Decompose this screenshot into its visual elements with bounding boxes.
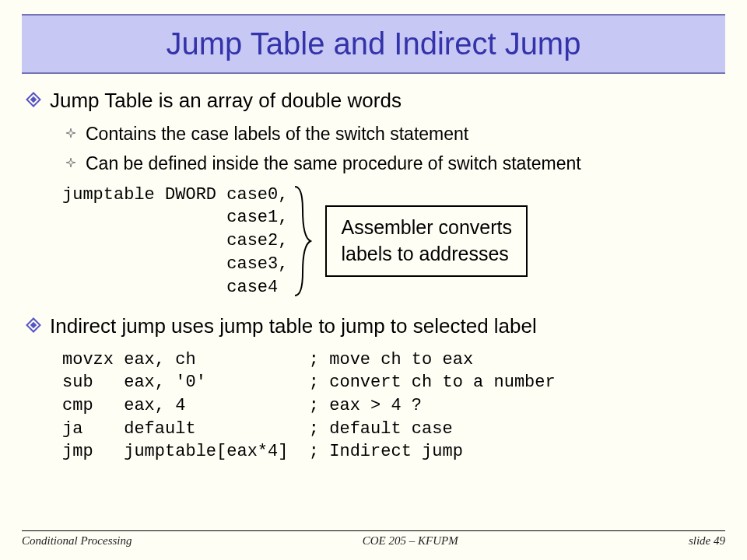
star-bullet-icon <box>65 157 76 168</box>
sub-bullet-text: Can be defined inside the same procedure… <box>86 152 581 175</box>
annotation-line2: labels to addresses <box>341 241 512 268</box>
sub-bullet-text: Contains the case labels of the switch s… <box>86 123 468 145</box>
slide-content: Jump Table is an array of double words C… <box>22 88 725 464</box>
annotation-box: Assembler converts labels to addresses <box>325 205 528 277</box>
diamond-bullet-icon <box>26 92 41 107</box>
slide-footer: Conditional Processing COE 205 – KFUPM s… <box>22 530 725 548</box>
sub-bullet-1: Contains the case labels of the switch s… <box>65 123 719 145</box>
sub-bullet-2: Can be defined inside the same procedure… <box>65 152 719 175</box>
diamond-bullet-icon <box>26 317 41 333</box>
sub-bullet-list: Contains the case labels of the switch s… <box>65 123 719 176</box>
svg-marker-1 <box>66 158 75 167</box>
footer-right: slide 49 <box>689 534 725 548</box>
bullet-text: Jump Table is an array of double words <box>50 88 402 114</box>
footer-center: COE 205 – KFUPM <box>363 534 458 548</box>
jumptable-row: jumptable DWORD case0, case1, case2, cas… <box>28 183 719 299</box>
svg-marker-0 <box>66 128 75 138</box>
slide-title: Jump Table and Indirect Jump <box>22 26 725 61</box>
footer-left: Conditional Processing <box>22 534 132 548</box>
asm-code: movzx eax, ch ; move ch to eax sub eax, … <box>62 348 719 464</box>
star-bullet-icon <box>65 128 76 138</box>
jumptable-code: jumptable DWORD case0, case1, case2, cas… <box>62 184 288 299</box>
bullet-item-2: Indirect jump uses jump table to jump to… <box>28 313 719 339</box>
bullet-text: Indirect jump uses jump table to jump to… <box>50 313 537 339</box>
brace-icon <box>291 183 314 299</box>
annotation-line1: Assembler converts <box>341 215 512 241</box>
bullet-item-1: Jump Table is an array of double words <box>28 88 719 114</box>
slide-title-bar: Jump Table and Indirect Jump <box>22 14 725 74</box>
